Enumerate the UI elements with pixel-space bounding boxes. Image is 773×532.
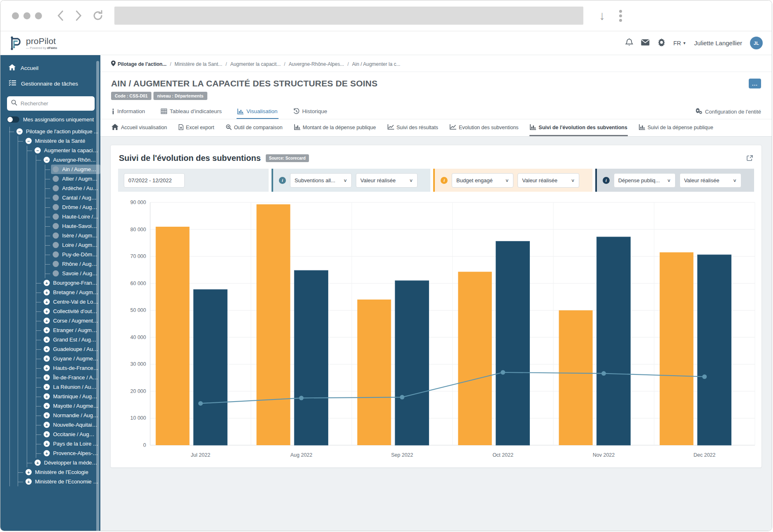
breadcrumb-item[interactable]: Ministère de la Sant... (174, 61, 222, 67)
tree-node[interactable]: +Bourgogne-Franche-... (42, 278, 100, 288)
sidebar-scrollbar[interactable] (96, 61, 99, 531)
collapse-minus-icon[interactable]: − (35, 147, 41, 153)
subtab-suivi-de-la-d-pense-publique[interactable]: Suivi de la dépense publique (638, 119, 714, 136)
tree-node[interactable]: Ain / Augmenter l... (51, 165, 100, 174)
window-dot[interactable] (35, 12, 42, 19)
expand-plus-icon[interactable]: + (44, 422, 50, 428)
metric-select[interactable]: Budget engagé∨ (452, 173, 513, 188)
tab-tableau-d-indicateurs[interactable]: Tableau d'indicateurs (160, 104, 223, 119)
more-actions-button[interactable]: ... (749, 79, 761, 88)
tree-node[interactable]: +Bretagne / Augment... (42, 288, 100, 297)
expand-plus-icon[interactable]: + (44, 403, 50, 409)
expand-plus-icon[interactable]: + (44, 441, 50, 447)
tree-node[interactable]: Savoie / Augment... (51, 269, 100, 278)
tree-node[interactable]: Rhône / Augment... (51, 259, 100, 269)
collapse-minus-icon[interactable]: − (26, 138, 32, 144)
tree-node[interactable]: +Centre-Val de Loire /... (42, 297, 100, 307)
tree-node[interactable]: +Ministère de l'Ecologie (24, 467, 100, 477)
subtab-excel-export[interactable]: Excel export (178, 119, 215, 136)
language-selector[interactable]: FR▼ (673, 40, 687, 46)
tree-node[interactable]: Allier / Augmente... (51, 174, 100, 184)
expand-plus-icon[interactable]: + (44, 393, 50, 400)
settings-gear-icon[interactable] (657, 38, 666, 48)
messages-envelope-icon[interactable] (641, 39, 650, 47)
tree-node[interactable]: +Ministère de l'Economie et... (24, 477, 100, 486)
browser-menu-icon[interactable] (619, 10, 622, 22)
window-dot[interactable] (12, 12, 19, 19)
tree-node[interactable]: +Nouvelle-Aquitaine /... (42, 420, 100, 430)
value-select[interactable]: Valeur réalisée∨ (356, 173, 418, 188)
tree-node[interactable]: +Occitanie / Augment... (42, 430, 100, 439)
info-icon[interactable]: i (279, 177, 286, 184)
expand-plus-icon[interactable]: + (44, 308, 50, 314)
user-name[interactable]: Juliette Langellier (694, 39, 742, 46)
tree-node[interactable]: +Provence-Alpes-Côte... (42, 448, 100, 458)
expand-plus-icon[interactable]: + (44, 346, 50, 352)
tree-node[interactable]: Haute-Loire / Aug... (51, 212, 100, 221)
tree-node[interactable]: +Hauts-de-France / A... (42, 363, 100, 373)
metric-select[interactable]: Dépense publiq...∨ (614, 173, 676, 188)
subtab-montant-de-la-d-pense-publique[interactable]: Montant de la dépense publique (294, 119, 376, 136)
tree-node[interactable]: +Pays de la Loire / Au... (42, 439, 100, 448)
subtab-accueil-visualisation[interactable]: Accueil visualisation (111, 119, 167, 136)
metric-select[interactable]: Subventions all...∨ (290, 173, 352, 188)
tree-node[interactable]: −Augmenter la capacité ... (33, 146, 100, 155)
search-input[interactable] (21, 100, 91, 107)
tree-node[interactable]: Drôme / Augment... (51, 202, 100, 212)
tree-node[interactable]: +Guadeloupe / Augm... (42, 344, 100, 354)
value-select[interactable]: Valeur réalisée∨ (518, 173, 579, 188)
tree-node[interactable]: Haute-Savoie / Au... (51, 221, 100, 231)
tree-node[interactable]: +Martinique / Augme... (42, 392, 100, 401)
breadcrumb-item[interactable]: Augmenter la capacit... (230, 61, 281, 67)
info-icon[interactable]: i (441, 177, 448, 184)
tab-information[interactable]: Information (111, 104, 146, 119)
window-dot[interactable] (23, 12, 30, 19)
expand-plus-icon[interactable]: + (44, 355, 50, 362)
expand-plus-icon[interactable]: + (44, 412, 50, 418)
expand-plus-icon[interactable]: + (44, 289, 50, 295)
expand-plus-icon[interactable]: + (44, 374, 50, 381)
date-range-input[interactable] (124, 173, 185, 188)
expand-plus-icon[interactable]: + (35, 460, 41, 466)
tree-node[interactable]: +Collectivité d'outre-... (42, 307, 100, 316)
tree-node[interactable]: +Île-de-France / Aug... (42, 373, 100, 382)
breadcrumb-item[interactable]: Auvergne-Rhône-Alpes... (289, 61, 344, 67)
assignments-toggle[interactable] (7, 116, 19, 123)
subtab-outil-de-comparaison[interactable]: Outil de comparaison (225, 119, 283, 136)
expand-plus-icon[interactable]: + (44, 337, 50, 343)
tree-node[interactable]: Puy-de-Dôme / A... (51, 250, 100, 259)
tab-historique[interactable]: Historique (292, 104, 328, 119)
tree-node[interactable]: +Guyane / Augmenter... (42, 354, 100, 363)
tree-node[interactable]: Ardèche / Augme... (51, 184, 100, 193)
expand-plus-icon[interactable]: + (44, 450, 50, 456)
back-icon[interactable] (56, 9, 65, 22)
tree-node[interactable]: +La Réunion / Augme... (42, 382, 100, 392)
expand-plus-icon[interactable]: + (26, 479, 32, 485)
breadcrumb-item[interactable]: Ain / Augmenter la c... (352, 61, 400, 67)
logo[interactable]: proPilot — Powered by dFakto (9, 35, 57, 52)
subtab-suivi-de-l-volution-des-subventions[interactable]: Suivi de l'évolution des subventions (529, 119, 628, 136)
expand-plus-icon[interactable]: + (44, 431, 50, 437)
download-icon[interactable]: ↓ (599, 9, 605, 22)
expand-plus-icon[interactable]: + (44, 365, 50, 371)
tree-node[interactable]: +Etranger / Augmente... (42, 325, 100, 335)
sidebar-item-taches[interactable]: Gestionnaire de tâches (6, 77, 100, 91)
notifications-bell-icon[interactable] (625, 38, 633, 48)
expand-plus-icon[interactable]: + (44, 384, 50, 390)
tree-node[interactable]: +Normandie / Augme... (42, 411, 100, 420)
expand-icon[interactable] (746, 155, 753, 162)
info-icon[interactable]: i (603, 177, 610, 184)
subtab-evolution-des-subventions[interactable]: Evolution des subventions (449, 119, 519, 136)
expand-plus-icon[interactable]: + (44, 327, 50, 333)
forward-icon[interactable] (74, 9, 83, 22)
expand-plus-icon[interactable]: + (44, 280, 50, 286)
url-bar[interactable] (114, 7, 583, 25)
expand-plus-icon[interactable]: + (44, 318, 50, 324)
avatar[interactable]: JL (750, 37, 763, 49)
collapse-minus-icon[interactable]: − (44, 157, 50, 163)
tree-node[interactable]: Loire / Augmenter... (51, 240, 100, 250)
entity-config-button[interactable]: Configuration de l'entité (695, 108, 761, 115)
tree-node[interactable]: −Auvergne-Rhône-Alp... (42, 155, 100, 165)
tree-node[interactable]: −Ministère de la Santé (24, 136, 100, 146)
expand-plus-icon[interactable]: + (26, 469, 32, 475)
